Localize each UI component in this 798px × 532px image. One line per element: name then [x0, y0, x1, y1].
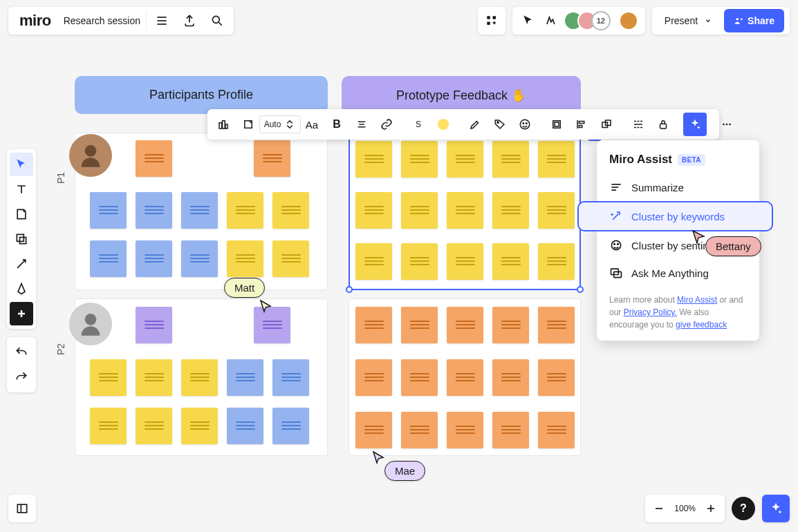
connector-tool[interactable] [10, 252, 33, 276]
export-icon[interactable] [177, 8, 202, 33]
sticky-note[interactable] [136, 359, 172, 396]
sticky-note[interactable] [492, 412, 529, 448]
ai-footer-link-privacy[interactable]: Privacy Policy. [624, 307, 677, 317]
sticky-note[interactable] [492, 243, 529, 280]
width-auto[interactable]: Auto [268, 113, 292, 136]
ai-corner-button[interactable] [762, 495, 790, 522]
search-icon[interactable] [205, 8, 230, 33]
sticky-note[interactable] [181, 408, 218, 444]
bold-icon[interactable]: B [325, 113, 349, 136]
sticky-note[interactable] [447, 307, 483, 343]
sticky-note[interactable] [401, 192, 438, 229]
switch-type-icon[interactable] [212, 113, 235, 136]
align-icon[interactable] [350, 113, 373, 136]
align-left-icon[interactable] [570, 113, 593, 136]
section-header-feedback[interactable]: Prototype Feedback ✋ [342, 76, 581, 114]
more-tools[interactable] [10, 302, 33, 325]
sticky-note[interactable] [401, 243, 438, 280]
zoom-level[interactable]: 100% [671, 504, 698, 513]
ai-footer-link-feedback[interactable]: give feedback [676, 320, 727, 330]
sticky-note[interactable] [492, 141, 529, 178]
sticky-note[interactable] [447, 141, 483, 178]
sticky-note[interactable] [181, 359, 218, 396]
zoom-out-button[interactable] [649, 496, 669, 521]
sticky-note[interactable] [136, 408, 172, 444]
sticky-note[interactable] [447, 359, 483, 396]
emoji-icon[interactable] [513, 113, 537, 136]
sticky-note[interactable] [136, 240, 172, 277]
sticky-note[interactable] [227, 408, 263, 444]
select-tool[interactable] [10, 153, 33, 176]
current-user-avatar[interactable] [619, 11, 638, 30]
logo[interactable]: miro [12, 12, 58, 30]
sticky-note[interactable] [227, 359, 263, 396]
menu-icon[interactable] [149, 8, 174, 33]
sticky-note[interactable] [401, 359, 438, 396]
tag-icon[interactable] [488, 113, 512, 136]
sticky-note[interactable] [272, 192, 309, 229]
more-icon[interactable] [715, 113, 739, 136]
tidy-icon[interactable] [627, 113, 650, 136]
ai-ask-anything[interactable]: Ask Me Anything [597, 259, 759, 287]
sticky-note[interactable] [538, 359, 575, 396]
board-name[interactable]: Research session [61, 11, 147, 30]
sticky-note[interactable] [90, 240, 127, 277]
sticky-note[interactable] [538, 412, 575, 448]
sticky-note[interactable] [355, 192, 392, 229]
sticky-note[interactable] [401, 412, 438, 448]
sticky-note[interactable] [447, 412, 483, 448]
lock-icon[interactable] [651, 113, 675, 136]
sticky-note[interactable] [538, 243, 575, 280]
sticky-note[interactable] [355, 412, 392, 448]
fill-color[interactable] [432, 113, 455, 136]
sticky-note[interactable] [492, 359, 529, 396]
pointer-mode-icon[interactable] [519, 8, 537, 33]
text-tool[interactable] [10, 178, 33, 201]
ai-assist-icon[interactable] [683, 113, 707, 136]
sticky-note[interactable] [227, 240, 263, 277]
sticky-note[interactable] [538, 307, 575, 343]
sticky-note[interactable] [401, 141, 438, 178]
size-s[interactable]: S [407, 113, 430, 136]
sticky-note[interactable] [401, 307, 438, 343]
sticky-note[interactable] [136, 140, 172, 177]
sticky-note[interactable] [447, 192, 483, 229]
avatar-p2[interactable] [69, 303, 112, 345]
sticky-note[interactable] [227, 192, 263, 229]
sticky-note[interactable] [136, 192, 172, 229]
highlight-icon[interactable] [463, 113, 487, 136]
sticky-note[interactable] [355, 359, 392, 396]
sticky-note[interactable] [272, 408, 309, 444]
frames-panel-button[interactable] [8, 495, 36, 522]
sticky-note[interactable] [492, 192, 529, 229]
section-header-participants[interactable]: Participants Profile [75, 76, 328, 114]
bring-front-icon[interactable] [595, 113, 618, 136]
undo-button[interactable] [10, 341, 33, 364]
sticky-note[interactable] [254, 140, 290, 177]
shape-style-icon[interactable] [236, 113, 260, 136]
sticky-note[interactable] [272, 240, 309, 277]
redo-button[interactable] [10, 365, 33, 389]
ai-cluster-keywords[interactable]: Cluster by keywords [577, 201, 773, 231]
font-icon[interactable]: Aa [300, 113, 324, 136]
sticky-note[interactable] [272, 359, 309, 396]
help-button[interactable]: ? [732, 497, 755, 520]
collaborator-avatars[interactable]: 12 [564, 11, 611, 30]
sticky-note[interactable] [90, 408, 127, 444]
ai-summarize[interactable]: Summarize [597, 173, 759, 201]
sticky-note[interactable] [90, 192, 127, 229]
sticky-note[interactable] [136, 307, 172, 343]
pen-tool[interactable] [10, 277, 33, 301]
sticky-note-tool[interactable] [10, 202, 33, 226]
sticky-note[interactable] [181, 240, 218, 277]
apps-button[interactable] [478, 7, 505, 35]
ai-footer-link-assist[interactable]: Miro Assist [677, 295, 717, 305]
sticky-note[interactable] [355, 307, 392, 343]
share-button[interactable]: Share [724, 9, 784, 32]
sticky-note[interactable] [447, 243, 483, 280]
shape-tool[interactable] [10, 227, 33, 251]
sticky-note[interactable] [181, 192, 218, 229]
link-icon[interactable] [375, 113, 398, 136]
sticky-note[interactable] [538, 192, 575, 229]
present-button[interactable]: Present [658, 15, 718, 26]
